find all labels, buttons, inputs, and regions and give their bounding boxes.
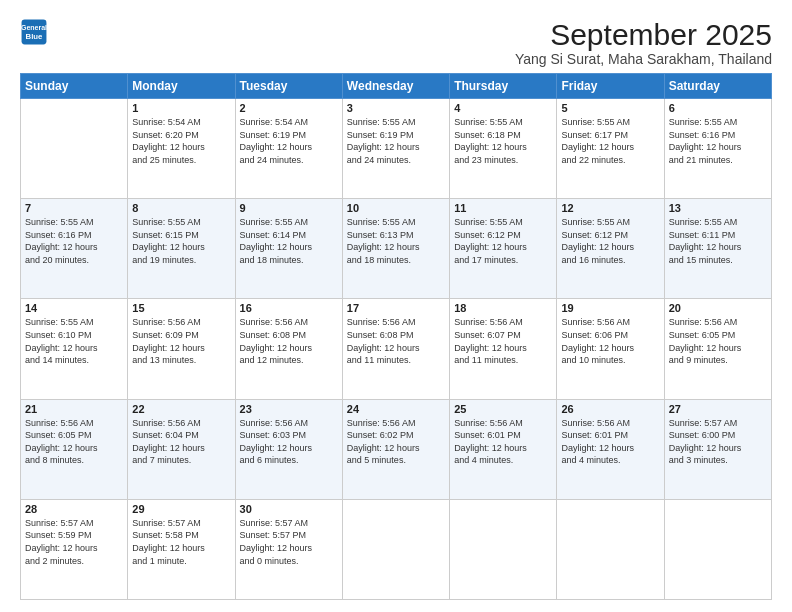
day-cell: 30Sunrise: 5:57 AM Sunset: 5:57 PM Dayli… [235,499,342,599]
day-cell: 21Sunrise: 5:56 AM Sunset: 6:05 PM Dayli… [21,399,128,499]
day-cell [342,499,449,599]
day-number: 25 [454,403,552,415]
weekday-header-tuesday: Tuesday [235,74,342,99]
day-number: 13 [669,202,767,214]
day-info: Sunrise: 5:55 AM Sunset: 6:16 PM Dayligh… [669,116,767,166]
day-info: Sunrise: 5:55 AM Sunset: 6:15 PM Dayligh… [132,216,230,266]
day-number: 6 [669,102,767,114]
day-cell: 22Sunrise: 5:56 AM Sunset: 6:04 PM Dayli… [128,399,235,499]
weekday-header-friday: Friday [557,74,664,99]
day-info: Sunrise: 5:57 AM Sunset: 5:58 PM Dayligh… [132,517,230,567]
day-info: Sunrise: 5:54 AM Sunset: 6:20 PM Dayligh… [132,116,230,166]
day-cell: 13Sunrise: 5:55 AM Sunset: 6:11 PM Dayli… [664,199,771,299]
day-info: Sunrise: 5:57 AM Sunset: 5:57 PM Dayligh… [240,517,338,567]
day-info: Sunrise: 5:56 AM Sunset: 6:03 PM Dayligh… [240,417,338,467]
day-number: 27 [669,403,767,415]
day-info: Sunrise: 5:56 AM Sunset: 6:06 PM Dayligh… [561,316,659,366]
day-info: Sunrise: 5:56 AM Sunset: 6:08 PM Dayligh… [347,316,445,366]
day-cell: 29Sunrise: 5:57 AM Sunset: 5:58 PM Dayli… [128,499,235,599]
day-number: 7 [25,202,123,214]
day-number: 19 [561,302,659,314]
svg-text:General: General [21,24,47,31]
day-number: 21 [25,403,123,415]
day-cell [664,499,771,599]
day-info: Sunrise: 5:56 AM Sunset: 6:02 PM Dayligh… [347,417,445,467]
day-info: Sunrise: 5:55 AM Sunset: 6:13 PM Dayligh… [347,216,445,266]
day-cell: 10Sunrise: 5:55 AM Sunset: 6:13 PM Dayli… [342,199,449,299]
day-info: Sunrise: 5:56 AM Sunset: 6:07 PM Dayligh… [454,316,552,366]
day-info: Sunrise: 5:56 AM Sunset: 6:09 PM Dayligh… [132,316,230,366]
day-number: 20 [669,302,767,314]
day-cell: 28Sunrise: 5:57 AM Sunset: 5:59 PM Dayli… [21,499,128,599]
day-number: 11 [454,202,552,214]
weekday-header-thursday: Thursday [450,74,557,99]
day-info: Sunrise: 5:55 AM Sunset: 6:11 PM Dayligh… [669,216,767,266]
day-number: 17 [347,302,445,314]
day-number: 5 [561,102,659,114]
day-info: Sunrise: 5:56 AM Sunset: 6:08 PM Dayligh… [240,316,338,366]
day-number: 2 [240,102,338,114]
day-cell: 25Sunrise: 5:56 AM Sunset: 6:01 PM Dayli… [450,399,557,499]
day-number: 12 [561,202,659,214]
day-info: Sunrise: 5:56 AM Sunset: 6:05 PM Dayligh… [25,417,123,467]
day-cell: 5Sunrise: 5:55 AM Sunset: 6:17 PM Daylig… [557,99,664,199]
day-info: Sunrise: 5:55 AM Sunset: 6:12 PM Dayligh… [454,216,552,266]
title-block: September 2025 Yang Si Surat, Maha Sarak… [515,18,772,67]
day-number: 15 [132,302,230,314]
day-number: 26 [561,403,659,415]
logo: General Blue [20,18,48,46]
day-cell: 4Sunrise: 5:55 AM Sunset: 6:18 PM Daylig… [450,99,557,199]
weekday-header-saturday: Saturday [664,74,771,99]
logo-icon: General Blue [20,18,48,46]
day-number: 28 [25,503,123,515]
page: General Blue September 2025 Yang Si Sura… [0,0,792,612]
day-info: Sunrise: 5:57 AM Sunset: 6:00 PM Dayligh… [669,417,767,467]
day-info: Sunrise: 5:56 AM Sunset: 6:01 PM Dayligh… [561,417,659,467]
day-cell: 8Sunrise: 5:55 AM Sunset: 6:15 PM Daylig… [128,199,235,299]
day-number: 18 [454,302,552,314]
day-cell: 14Sunrise: 5:55 AM Sunset: 6:10 PM Dayli… [21,299,128,399]
day-cell: 15Sunrise: 5:56 AM Sunset: 6:09 PM Dayli… [128,299,235,399]
day-info: Sunrise: 5:57 AM Sunset: 5:59 PM Dayligh… [25,517,123,567]
day-cell: 1Sunrise: 5:54 AM Sunset: 6:20 PM Daylig… [128,99,235,199]
day-number: 30 [240,503,338,515]
day-number: 22 [132,403,230,415]
day-cell: 12Sunrise: 5:55 AM Sunset: 6:12 PM Dayli… [557,199,664,299]
day-number: 24 [347,403,445,415]
day-cell: 26Sunrise: 5:56 AM Sunset: 6:01 PM Dayli… [557,399,664,499]
day-cell: 6Sunrise: 5:55 AM Sunset: 6:16 PM Daylig… [664,99,771,199]
weekday-header-monday: Monday [128,74,235,99]
day-cell: 24Sunrise: 5:56 AM Sunset: 6:02 PM Dayli… [342,399,449,499]
day-info: Sunrise: 5:54 AM Sunset: 6:19 PM Dayligh… [240,116,338,166]
day-info: Sunrise: 5:55 AM Sunset: 6:10 PM Dayligh… [25,316,123,366]
day-number: 10 [347,202,445,214]
day-info: Sunrise: 5:55 AM Sunset: 6:14 PM Dayligh… [240,216,338,266]
weekday-header-sunday: Sunday [21,74,128,99]
day-cell: 9Sunrise: 5:55 AM Sunset: 6:14 PM Daylig… [235,199,342,299]
week-row-1: 1Sunrise: 5:54 AM Sunset: 6:20 PM Daylig… [21,99,772,199]
day-cell: 20Sunrise: 5:56 AM Sunset: 6:05 PM Dayli… [664,299,771,399]
svg-text:Blue: Blue [26,32,44,41]
weekday-header-row: SundayMondayTuesdayWednesdayThursdayFrid… [21,74,772,99]
day-cell: 3Sunrise: 5:55 AM Sunset: 6:19 PM Daylig… [342,99,449,199]
day-number: 9 [240,202,338,214]
day-number: 29 [132,503,230,515]
day-number: 14 [25,302,123,314]
day-cell [557,499,664,599]
day-info: Sunrise: 5:55 AM Sunset: 6:19 PM Dayligh… [347,116,445,166]
day-info: Sunrise: 5:55 AM Sunset: 6:16 PM Dayligh… [25,216,123,266]
day-cell [450,499,557,599]
day-info: Sunrise: 5:55 AM Sunset: 6:17 PM Dayligh… [561,116,659,166]
day-info: Sunrise: 5:56 AM Sunset: 6:05 PM Dayligh… [669,316,767,366]
week-row-5: 28Sunrise: 5:57 AM Sunset: 5:59 PM Dayli… [21,499,772,599]
header: General Blue September 2025 Yang Si Sura… [20,18,772,67]
day-cell: 18Sunrise: 5:56 AM Sunset: 6:07 PM Dayli… [450,299,557,399]
day-cell: 17Sunrise: 5:56 AM Sunset: 6:08 PM Dayli… [342,299,449,399]
day-number: 1 [132,102,230,114]
week-row-2: 7Sunrise: 5:55 AM Sunset: 6:16 PM Daylig… [21,199,772,299]
month-title: September 2025 [515,18,772,51]
day-cell: 16Sunrise: 5:56 AM Sunset: 6:08 PM Dayli… [235,299,342,399]
day-info: Sunrise: 5:55 AM Sunset: 6:12 PM Dayligh… [561,216,659,266]
weekday-header-wednesday: Wednesday [342,74,449,99]
day-cell [21,99,128,199]
